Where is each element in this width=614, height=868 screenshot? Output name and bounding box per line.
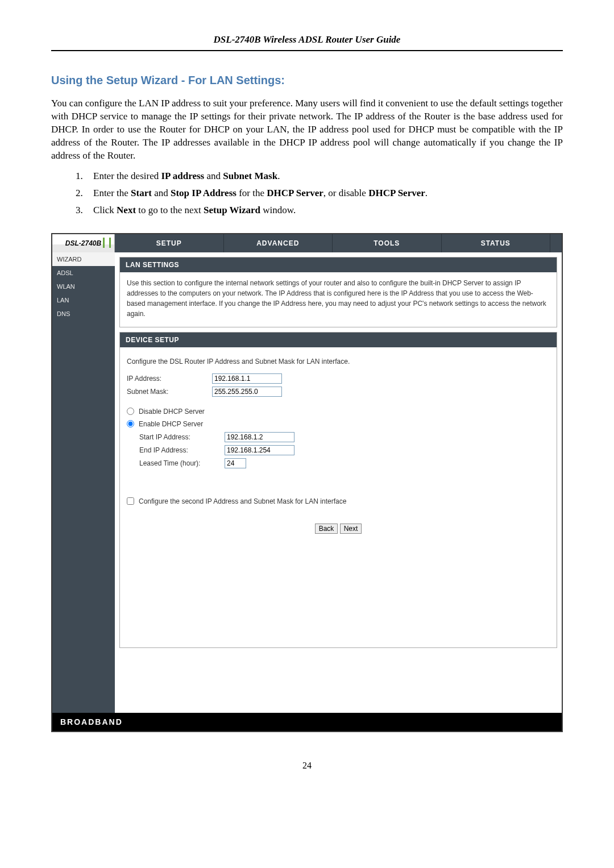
sidebar-item-wizard[interactable]: WIZARD <box>52 252 115 266</box>
step-2: Enter the Start and Stop IP Address for … <box>85 188 563 199</box>
tab-tools[interactable]: TOOLS <box>333 234 442 252</box>
panel-body-lan: Use this section to configure the intern… <box>120 272 557 327</box>
section-title: Using the Setup Wizard - For LAN Setting… <box>51 74 563 87</box>
lease-time-label: Leased Time (hour): <box>139 458 225 468</box>
panel-lan-settings: LAN SETTINGS Use this section to configu… <box>119 257 557 327</box>
document-header: DSL-2740B Wireless ADSL Router User Guid… <box>51 34 563 51</box>
lease-time-input[interactable] <box>225 458 246 468</box>
sidebar-item-lan[interactable]: LAN <box>52 293 115 307</box>
tab-end <box>550 234 562 252</box>
router-header: DSL-2740B SETUP ADVANCED TOOLS STATUS <box>52 234 562 252</box>
sidebar-item-adsl[interactable]: ADSL <box>52 266 115 280</box>
start-ip-input[interactable] <box>225 432 294 442</box>
panel-title-device: DEVICE SETUP <box>120 333 557 347</box>
router-tabs: SETUP ADVANCED TOOLS STATUS <box>115 234 562 252</box>
tab-advanced[interactable]: ADVANCED <box>224 234 333 252</box>
step-1: Enter the desired IP address and Subnet … <box>85 171 563 182</box>
second-ip-label: Configure the second IP Address and Subn… <box>139 496 346 506</box>
next-button[interactable]: Next <box>340 524 362 534</box>
end-ip-input[interactable] <box>225 445 294 455</box>
sidebar-item-dns[interactable]: DNS <box>52 307 115 321</box>
sidebar: WIZARD ADSL WLAN LAN DNS <box>52 252 115 713</box>
ip-address-input[interactable] <box>212 373 282 384</box>
intro-paragraph: You can configure the LAN IP address to … <box>51 97 563 163</box>
end-ip-label: End IP Address: <box>139 445 225 455</box>
router-logo: DSL-2740B <box>52 234 115 252</box>
steps-list: Enter the desired IP address and Subnet … <box>85 171 563 216</box>
ip-address-label: IP Address: <box>127 373 212 384</box>
panel-title-lan: LAN SETTINGS <box>120 258 557 272</box>
sidebar-item-wlan[interactable]: WLAN <box>52 280 115 293</box>
panel-device-setup: DEVICE SETUP Configure the DSL Router IP… <box>119 332 557 648</box>
router-main: LAN SETTINGS Use this section to configu… <box>115 252 562 713</box>
subnet-mask-input[interactable] <box>212 387 282 397</box>
back-button[interactable]: Back <box>315 524 338 534</box>
enable-dhcp-label: Enable DHCP Server <box>139 419 203 429</box>
tab-status[interactable]: STATUS <box>442 234 551 252</box>
subnet-mask-label: Subnet Mask: <box>127 387 212 397</box>
panel-body-device: Configure the DSL Router IP Address and … <box>120 347 557 647</box>
disable-dhcp-radio[interactable] <box>127 408 134 415</box>
step-3: Click Next to go to the next Setup Wizar… <box>85 205 563 216</box>
router-footer: BROADBAND <box>52 713 562 731</box>
device-desc: Configure the DSL Router IP Address and … <box>127 356 550 367</box>
start-ip-label: Start IP Address: <box>139 432 225 442</box>
router-screenshot: DSL-2740B SETUP ADVANCED TOOLS STATUS WI… <box>51 233 563 732</box>
disable-dhcp-label: Disable DHCP Server <box>139 406 205 417</box>
tab-setup[interactable]: SETUP <box>115 234 224 252</box>
enable-dhcp-radio[interactable] <box>127 420 134 427</box>
second-ip-checkbox[interactable] <box>127 497 134 505</box>
page-number: 24 <box>51 761 563 771</box>
